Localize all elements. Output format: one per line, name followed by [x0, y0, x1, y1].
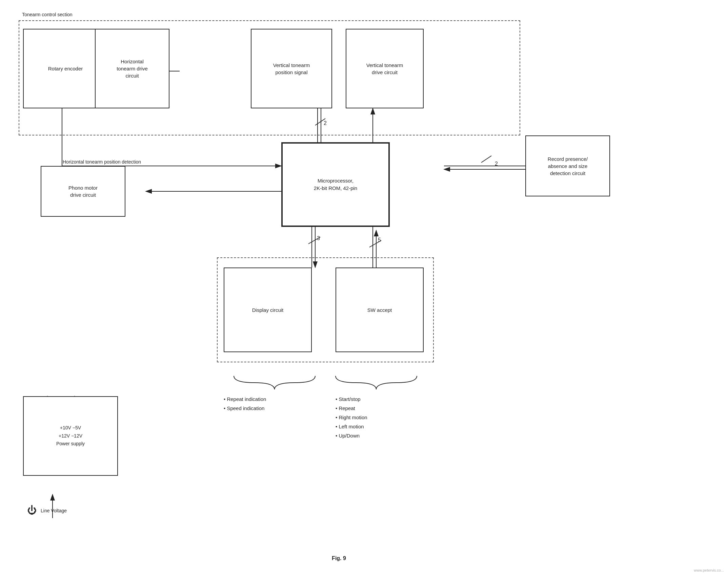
vertical-drive-box: Vertical tonearmdrive circuit	[346, 29, 424, 108]
bullet-start-stop: Start/stop	[336, 395, 367, 404]
bus3-label: 3	[317, 235, 320, 241]
bullet-speed-indication: Speed indication	[224, 404, 266, 413]
sw-accept-box: SW accept	[336, 268, 424, 352]
section-label: Tonearm control section	[22, 12, 73, 17]
display-bullet-list: Repeat indication Speed indication	[224, 395, 266, 413]
svg-line-14	[481, 156, 491, 163]
power-supply-box: +10V −5V+12V −12VPower supply	[23, 396, 118, 476]
line-voltage-label: Line Voltage	[41, 508, 67, 513]
watermark: www.petervis.co...	[694, 568, 724, 572]
figure-caption: Fig. 9	[305, 555, 373, 561]
bullet-repeat-indication: Repeat indication	[224, 395, 266, 404]
horizontal-drive-box: Horizontaltonearm drivecircuit	[95, 29, 169, 108]
bullet-right-motion: Right motion	[336, 413, 367, 422]
microprocessor-box: Microprocessor,2K-bit ROM, 42-pin	[281, 142, 390, 227]
bullet-left-motion: Left motion	[336, 422, 367, 431]
phono-motor-box: Phono motordrive circuit	[41, 166, 125, 217]
bus5-label: 5	[378, 237, 381, 243]
bullet-repeat: Repeat	[336, 404, 367, 413]
bus2-right-label: 2	[495, 161, 498, 167]
sw-bullet-list: Start/stop Repeat Right motion Left moti…	[336, 395, 367, 440]
bus2-top-label: 2	[324, 120, 327, 126]
display-circuit-box: Display circuit	[224, 268, 312, 352]
vertical-position-box: Vertical tonearmposition signal	[251, 29, 332, 108]
bullet-updown: Up/Down	[336, 431, 367, 440]
line-voltage-plug-icon: ⏻	[27, 505, 37, 516]
record-presence-box: Record presence/absence and sizedetectio…	[525, 135, 610, 196]
horizontal-detection-label: Horizontal tonearm position detection	[63, 159, 141, 165]
